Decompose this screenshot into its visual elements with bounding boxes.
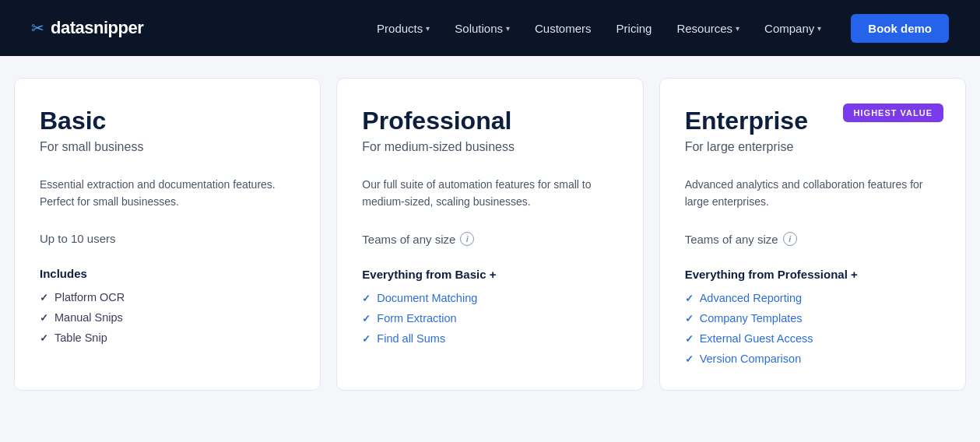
list-item: ✓Version Comparison bbox=[685, 353, 940, 365]
check-icon: ✓ bbox=[40, 292, 48, 303]
feature-text: Version Comparison bbox=[700, 353, 802, 365]
list-item: ✓Form Extraction bbox=[362, 312, 617, 324]
nav-link-solutions[interactable]: Solutions▾ bbox=[444, 16, 521, 41]
card-users-basic: Up to 10 users bbox=[40, 232, 295, 245]
feature-text: Advanced Reporting bbox=[700, 292, 802, 304]
nav-link-products[interactable]: Products▾ bbox=[366, 16, 441, 41]
info-icon[interactable]: i bbox=[783, 232, 797, 246]
main-content: BasicFor small businessEssential extract… bbox=[0, 56, 980, 422]
card-section-label-professional: Everything from Basic + bbox=[362, 268, 617, 281]
feature-text: Table Snip bbox=[54, 332, 107, 344]
card-section-label-basic: Includes bbox=[40, 267, 295, 280]
list-item: ✓Find all Sums bbox=[362, 332, 617, 345]
feature-list-enterprise: ✓Advanced Reporting✓Company Templates✓Ex… bbox=[685, 292, 940, 365]
check-icon: ✓ bbox=[40, 332, 48, 344]
feature-text: External Guest Access bbox=[700, 332, 813, 345]
info-icon[interactable]: i bbox=[460, 232, 474, 246]
card-users-enterprise: Teams of any sizei bbox=[685, 232, 940, 246]
check-icon: ✓ bbox=[685, 353, 694, 365]
check-icon: ✓ bbox=[40, 312, 48, 324]
card-subtitle-enterprise: For large enterprise bbox=[685, 140, 940, 154]
nav-link-pricing[interactable]: Pricing bbox=[606, 16, 663, 41]
nav-link-resources[interactable]: Resources▾ bbox=[666, 16, 750, 41]
users-label: Up to 10 users bbox=[40, 232, 116, 245]
check-icon: ✓ bbox=[685, 313, 694, 324]
card-subtitle-professional: For medium-sized business bbox=[362, 140, 617, 154]
chevron-down-icon: ▾ bbox=[506, 24, 510, 33]
check-icon: ✓ bbox=[362, 313, 371, 324]
users-label: Teams of any size bbox=[362, 233, 455, 246]
list-item: ✓Document Matching bbox=[362, 292, 617, 304]
check-icon: ✓ bbox=[362, 293, 371, 304]
users-label: Teams of any size bbox=[685, 233, 778, 246]
list-item: ✓Advanced Reporting bbox=[685, 292, 940, 304]
nav-links: Products▾Solutions▾CustomersPricingResou… bbox=[366, 16, 832, 41]
nav-link-company[interactable]: Company▾ bbox=[753, 16, 832, 41]
logo-icon: ✂ bbox=[31, 19, 44, 37]
feature-text: Platform OCR bbox=[54, 291, 125, 303]
logo-link[interactable]: ✂ datasnipper bbox=[31, 18, 143, 38]
card-description-enterprise: Advanced analytics and collaboration fea… bbox=[685, 176, 940, 216]
feature-text: Find all Sums bbox=[377, 332, 445, 345]
feature-text: Manual Snips bbox=[54, 311, 123, 324]
check-icon: ✓ bbox=[685, 333, 694, 345]
list-item: ✓Company Templates bbox=[685, 312, 940, 324]
feature-text: Company Templates bbox=[700, 312, 803, 324]
list-item: ✓Platform OCR bbox=[40, 291, 295, 303]
check-icon: ✓ bbox=[362, 333, 371, 345]
feature-list-professional: ✓Document Matching✓Form Extraction✓Find … bbox=[362, 292, 617, 345]
chevron-down-icon: ▾ bbox=[736, 24, 739, 33]
feature-list-basic: ✓Platform OCR✓Manual Snips✓Table Snip bbox=[40, 291, 295, 344]
pricing-grid: BasicFor small businessEssential extract… bbox=[14, 78, 966, 391]
book-demo-button[interactable]: Book demo bbox=[851, 14, 949, 43]
pricing-card-enterprise: HIGHEST VALUEEnterpriseFor large enterpr… bbox=[659, 78, 966, 391]
card-tier-professional: Professional bbox=[362, 107, 617, 135]
highest-value-badge: HIGHEST VALUE bbox=[843, 103, 943, 122]
nav-link-customers[interactable]: Customers bbox=[524, 16, 602, 41]
card-users-professional: Teams of any sizei bbox=[362, 232, 617, 246]
card-subtitle-basic: For small business bbox=[40, 140, 295, 154]
check-icon: ✓ bbox=[685, 293, 694, 304]
pricing-card-professional: ProfessionalFor medium-sized businessOur… bbox=[336, 78, 643, 391]
chevron-down-icon: ▾ bbox=[817, 24, 821, 33]
card-section-label-enterprise: Everything from Professional + bbox=[685, 268, 940, 281]
feature-text: Document Matching bbox=[377, 292, 477, 304]
card-tier-basic: Basic bbox=[40, 107, 295, 135]
pricing-card-basic: BasicFor small businessEssential extract… bbox=[14, 78, 321, 391]
list-item: ✓External Guest Access bbox=[685, 332, 940, 345]
list-item: ✓Table Snip bbox=[40, 332, 295, 344]
chevron-down-icon: ▾ bbox=[426, 24, 430, 33]
card-description-professional: Our full suite of automation features fo… bbox=[362, 176, 617, 216]
list-item: ✓Manual Snips bbox=[40, 311, 295, 324]
navigation: ✂ datasnipper Products▾Solutions▾Custome… bbox=[0, 0, 980, 56]
logo-text: datasnipper bbox=[51, 18, 143, 38]
card-description-basic: Essential extraction and documentation f… bbox=[40, 176, 295, 216]
feature-text: Form Extraction bbox=[377, 312, 456, 324]
